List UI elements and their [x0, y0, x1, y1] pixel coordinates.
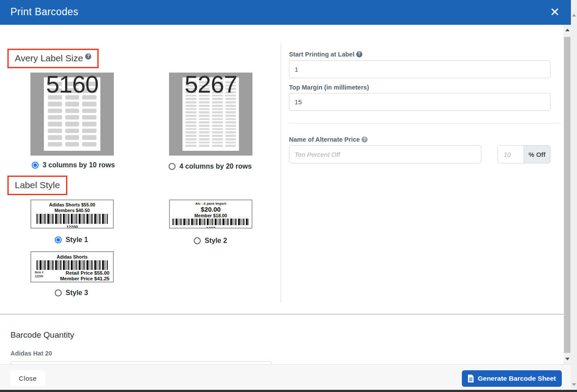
style1-line2: Members $40.50: [31, 208, 113, 213]
top-margin-label: Top Margin (in millimeters): [289, 84, 369, 91]
avery-5160-preview[interactable]: 5160: [30, 73, 114, 156]
barcode-quantity-heading: Barcode Quantity: [10, 330, 74, 340]
page-scroll-down-icon[interactable]: [572, 383, 576, 386]
start-label-label: Start Printing at Label ?: [289, 51, 362, 58]
page-scrollbar[interactable]: [571, 0, 577, 392]
scroll-down-icon[interactable]: [565, 358, 570, 360]
style3-details: Item # 12200 Retail Price $55.00 Member …: [31, 270, 113, 282]
avery-5267-code: 5267: [169, 70, 252, 98]
help-icon[interactable]: ?: [85, 53, 91, 60]
radio-5267[interactable]: [169, 163, 176, 170]
style1-preview[interactable]: Adidas Shorts $55.00 Members $40.50 1220…: [30, 199, 114, 229]
avery-label-size-heading-box: Avery Label Size ?: [7, 49, 99, 68]
style3-option[interactable]: Style 3: [55, 289, 88, 297]
style1-option[interactable]: Style 1: [55, 236, 88, 244]
right-section-divider: [289, 123, 560, 123]
style3-retail: Retail Price $55.00: [60, 270, 109, 276]
bottom-section-divider: [0, 314, 564, 315]
alt-price-label: Name of Alternate Price ?: [289, 136, 368, 143]
modal-body: Avery Label Size ? 5160 3 columns by 10 …: [0, 25, 564, 364]
help-icon[interactable]: ?: [356, 51, 362, 57]
avery-5160-label: 3 columns by 10 rows: [43, 161, 115, 169]
style2-barcode: [172, 219, 249, 225]
style2-label: Style 2: [205, 237, 227, 245]
close-icon[interactable]: ✕: [550, 5, 560, 20]
percent-off-group: % Off: [497, 145, 550, 163]
close-button[interactable]: Close: [10, 370, 45, 386]
generate-barcode-sheet-button[interactable]: Generate Barcode Sheet: [462, 370, 562, 387]
percent-off-suffix: % Off: [524, 146, 550, 163]
avery-option-5160[interactable]: 3 columns by 10 rows: [32, 161, 115, 169]
column-divider: [281, 43, 281, 303]
style2-option[interactable]: Style 2: [194, 237, 227, 245]
modal-header: Print Barcodes ✕: [0, 0, 571, 25]
style3-item-code: 12200: [35, 274, 43, 278]
label-style-heading: Label Style: [15, 180, 60, 190]
scroll-up-icon[interactable]: [565, 29, 570, 31]
style3-preview[interactable]: Adidas Shorts Item # 12200 Retail Price …: [30, 251, 114, 282]
style3-label: Style 3: [66, 289, 88, 297]
style3-item-label: Item #: [35, 270, 43, 274]
alt-price-text: Name of Alternate Price: [289, 136, 360, 143]
style2-code: 1327: [170, 226, 252, 229]
radio-5160[interactable]: [32, 162, 39, 169]
style2-preview[interactable]: Alc - 6 pack Import $20.00 Member $18.00…: [169, 199, 252, 229]
radio-style2[interactable]: [194, 237, 201, 244]
style3-member: Member Price $41.25: [60, 276, 109, 282]
avery-5267-label: 4 columns by 20 rows: [179, 163, 252, 170]
style1-label: Style 1: [66, 236, 88, 244]
style3-barcode: [36, 260, 108, 270]
generate-button-label: Generate Barcode Sheet: [478, 375, 556, 382]
avery-5267-preview[interactable]: 5267: [169, 73, 252, 156]
label-style-heading-box: Label Style: [7, 176, 67, 195]
style1-barcode: [36, 214, 108, 224]
quantity-input[interactable]: [10, 361, 272, 364]
scrollbar-thumb[interactable]: [564, 37, 570, 353]
quantity-item-label: Adidas Hat 20: [10, 350, 52, 357]
print-barcodes-modal: Print Barcodes ✕ Avery Label Size ? 5160…: [0, 0, 577, 392]
modal-footer: Close Generate Barcode Sheet: [0, 364, 571, 390]
style2-price: $20.00: [170, 206, 252, 213]
radio-style1[interactable]: [55, 236, 62, 243]
avery-option-5267[interactable]: 4 columns by 20 rows: [169, 163, 252, 170]
document-icon: [468, 375, 474, 382]
style1-line1: Adidas Shorts $55.00: [31, 202, 113, 208]
start-label-text: Start Printing at Label: [289, 51, 355, 58]
style1-code: 12200: [31, 224, 113, 229]
avery-label-size-heading: Avery Label Size: [15, 53, 83, 63]
page-scroll-up-icon[interactable]: [572, 14, 576, 17]
start-label-input[interactable]: [289, 60, 550, 78]
help-icon[interactable]: ?: [361, 136, 368, 143]
style3-title: Adidas Shorts: [31, 254, 113, 260]
window-bottom-edge: [0, 390, 577, 392]
radio-style3[interactable]: [55, 289, 62, 296]
alt-price-input[interactable]: [289, 145, 481, 163]
percent-input[interactable]: [498, 146, 524, 163]
top-margin-text: Top Margin (in millimeters): [289, 84, 369, 91]
modal-scrollbar[interactable]: [564, 25, 571, 364]
top-margin-input[interactable]: [289, 93, 550, 111]
modal-title: Print Barcodes: [10, 6, 78, 18]
style2-member: Member $18.00: [170, 213, 252, 219]
avery-5160-code: 5160: [30, 70, 114, 98]
